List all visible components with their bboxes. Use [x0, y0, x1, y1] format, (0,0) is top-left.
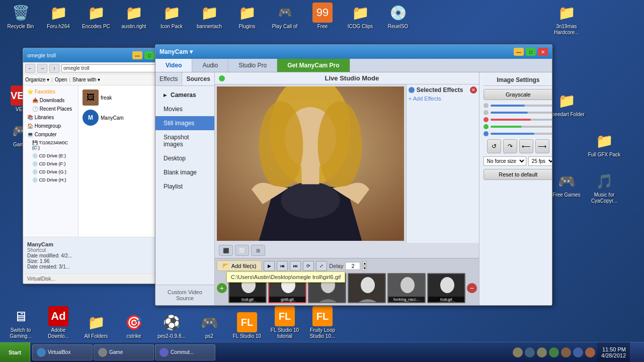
tab-effects[interactable]: Effects	[155, 72, 182, 85]
desktop-icon-folder4[interactable]: 📁 Icon Pack	[153, 3, 190, 30]
slider-track-3[interactable]	[491, 119, 552, 121]
sidebar-item-movies[interactable]: Movies	[155, 102, 214, 116]
desktop-icon-freegames[interactable]: 🎮 Free Games	[548, 171, 585, 198]
desktop-icon-folder11[interactable]: 📁 3n19mas Hardcore...	[548, 3, 585, 36]
forward-button[interactable]: →	[37, 64, 47, 73]
custom-video-source-button[interactable]: Custom Video Source	[155, 285, 214, 305]
desktop-icon-fl10[interactable]: FL FL Studio 10	[229, 312, 265, 339]
desktop-icon-folder8[interactable]: 99 Free	[304, 3, 341, 30]
up-button[interactable]: ↑	[49, 64, 59, 73]
filmstrip-add-button[interactable]: +	[217, 283, 227, 293]
sidebar-item-cameras[interactable]: ▶ Cameras	[155, 88, 214, 102]
tab-audio[interactable]: Audio	[192, 59, 228, 72]
reset-to-default-button[interactable]: Reset to default	[484, 169, 552, 180]
video-ctrl-2[interactable]: ⬜	[235, 245, 249, 256]
drive-g[interactable]: 💿 CD Drive (G:)	[25, 168, 76, 176]
slider-track-1[interactable]	[491, 105, 552, 107]
explorer-maximize-button[interactable]: □	[144, 51, 154, 59]
filmstrip-thumb-4[interactable]	[348, 273, 386, 303]
rotate-left-button[interactable]: ⟵	[519, 139, 533, 153]
drive-e[interactable]: 💿 CD Drive (E:)	[25, 152, 76, 160]
tab-sources[interactable]: Sources	[182, 72, 214, 85]
shuffle-button[interactable]: ⤢	[316, 261, 327, 271]
selected-effects-close-button[interactable]: ✕	[470, 86, 477, 94]
desktop-icon-fl10-2[interactable]: FL FL Studio 10 tutorial	[267, 306, 303, 339]
tray-icon-6[interactable]	[573, 347, 583, 357]
desktop-icon-switch[interactable]: 🖥 Switch to Gaming...	[3, 306, 39, 339]
computer-item[interactable]: 💻 Computer	[25, 130, 76, 139]
taskbar-item-game[interactable]: Game	[94, 344, 154, 360]
drive-c[interactable]: 💾 TI106234W0C (C:)	[25, 139, 76, 152]
desktop-icon-folder6[interactable]: 📁 Plugins	[229, 3, 265, 30]
tab-get-pro[interactable]: Get ManyCam Pro	[277, 59, 350, 72]
desktop-icon-folder9[interactable]: 📁 ICOG Clips	[342, 3, 378, 30]
drive-f[interactable]: 💿 CD Drive (F:)	[25, 160, 76, 168]
filmstrip-thumb-5[interactable]: fucking_racc...	[387, 273, 426, 303]
repeat-button[interactable]: ⟳	[303, 261, 314, 271]
recent-places-item[interactable]: 🕐 Recent Places	[25, 105, 76, 113]
desktop-icon-fruity[interactable]: FL Fruity Loop Studio 10...	[304, 306, 341, 339]
taskbar-item-commut[interactable]: Commut...	[155, 344, 215, 360]
open-button[interactable]: Open	[55, 77, 67, 82]
manycam-minimize-button[interactable]: —	[514, 48, 524, 56]
slider-track-4[interactable]	[491, 126, 552, 128]
delay-down-button[interactable]: ▼	[362, 266, 367, 271]
desktop-icon-speedart[interactable]: 📁 Speedart Folder	[548, 90, 585, 118]
tray-icon-5[interactable]	[561, 347, 571, 357]
sidebar-item-desktop[interactable]: Desktop	[155, 151, 214, 165]
slider-track-2[interactable]	[491, 112, 552, 114]
tray-icon-3[interactable]	[537, 347, 547, 357]
sidebar-item-playlist[interactable]: Playlist	[155, 179, 214, 194]
start-button[interactable]: Start	[0, 342, 30, 362]
downloads-item[interactable]: 📥 Downloads	[25, 96, 76, 105]
taskbar-item-virtualbox[interactable]: VirtualBox	[32, 344, 93, 360]
tray-icon-4[interactable]	[549, 347, 559, 357]
explorer-minimize-button[interactable]: —	[132, 51, 142, 59]
fps-select[interactable]: 25 fps	[528, 156, 552, 166]
rotate-right-button[interactable]: ⟶	[535, 139, 549, 153]
add-files-button[interactable]: 📂 Add file(s)	[217, 260, 262, 271]
prev-button[interactable]: ⏮	[277, 261, 288, 271]
address-bar[interactable]: omegle troll	[61, 64, 169, 72]
add-effects-button[interactable]: + Add Effects	[409, 96, 477, 102]
desktop-icon-recycle-bin[interactable]: 🗑️ Recycle Bin	[3, 3, 39, 30]
tray-icon-7[interactable]	[585, 347, 595, 357]
desktop-icon-folder3[interactable]: 📁 austin.right	[116, 3, 152, 30]
desktop-icon-pes2[interactable]: ⚽ pes2-0.9.8...	[153, 312, 190, 339]
video-ctrl-1[interactable]: ⬛	[219, 245, 233, 256]
desktop-icon-fullgfx[interactable]: 📁 Full GFX Pack	[586, 131, 622, 158]
desktop-icon-adobe[interactable]: Ad Adobe Downlo...	[40, 306, 76, 339]
back-button[interactable]: ←	[25, 64, 35, 73]
flip-v-button[interactable]: ↷	[503, 139, 517, 153]
desktop-icon-cstrike[interactable]: 🎯 cstrike	[116, 312, 152, 339]
next-button[interactable]: ⏭	[290, 261, 301, 271]
slider-track-5[interactable]	[491, 133, 552, 135]
play-button[interactable]: ▶	[264, 261, 275, 271]
video-ctrl-3[interactable]: ⊞	[251, 245, 265, 256]
delay-input[interactable]	[345, 262, 360, 270]
homegroup-item[interactable]: 🏠 Homegroup	[25, 122, 76, 130]
flip-h-button[interactable]: ↺	[487, 139, 501, 153]
desktop-icon-folder7[interactable]: 🎮 Play Call of	[267, 3, 303, 30]
filmstrip-thumb-6[interactable]: troll.gif	[427, 273, 465, 303]
tab-video[interactable]: Video	[155, 59, 192, 72]
sidebar-item-snapshot-images[interactable]: Snapshot images	[155, 130, 214, 151]
tab-studio-pro[interactable]: Studio Pro	[228, 59, 277, 72]
tray-icon-1[interactable]	[513, 347, 523, 357]
force-size-select[interactable]: No force size	[484, 156, 526, 166]
desktop-icon-folder10[interactable]: 💿 ReuelSO	[380, 3, 416, 30]
desktop-icon-folder2[interactable]: 📁 Encodes PC	[78, 3, 114, 30]
desktop-icon-ps2[interactable]: 🎮 ps2	[191, 312, 227, 339]
desktop-icon-music[interactable]: 🎵 Music for CyaCopyr...	[586, 171, 622, 204]
drive-h[interactable]: 💿 CD Drive (H:)	[25, 176, 76, 184]
sidebar-item-still-images[interactable]: Still images	[155, 116, 214, 130]
libraries-item[interactable]: 📚 Libraries	[25, 113, 76, 122]
delay-up-button[interactable]: ▲	[362, 261, 367, 266]
manycam-maximize-button[interactable]: □	[526, 48, 536, 56]
sidebar-item-blank-image[interactable]: Blank image	[155, 165, 214, 179]
manycam-window-controls[interactable]: — □ ✕	[514, 48, 548, 56]
show-desktop-button[interactable]	[630, 342, 644, 362]
tray-icon-2[interactable]	[525, 347, 535, 357]
desktop-icon-folder5[interactable]: 📁 bannertach	[191, 3, 227, 30]
desktop-icon-folder1[interactable]: 📁 Foru.h264	[40, 3, 76, 30]
